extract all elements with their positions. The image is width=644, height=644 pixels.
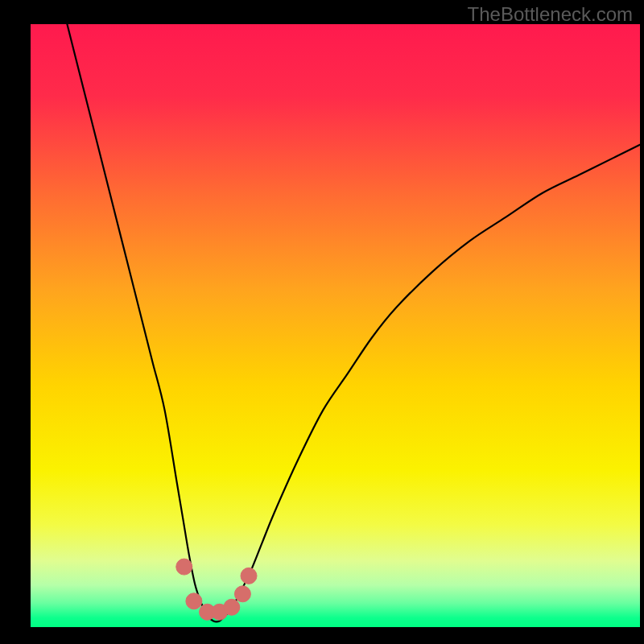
curve-marker xyxy=(241,568,257,584)
watermark-text: TheBottleneck.com xyxy=(468,3,633,26)
chart-frame: TheBottleneck.com xyxy=(0,0,644,644)
plot-area-background xyxy=(31,24,640,627)
curve-marker xyxy=(186,593,202,609)
curve-marker xyxy=(176,559,192,575)
curve-marker xyxy=(224,599,240,615)
curve-marker xyxy=(234,586,250,602)
bottleneck-chart xyxy=(0,0,644,644)
